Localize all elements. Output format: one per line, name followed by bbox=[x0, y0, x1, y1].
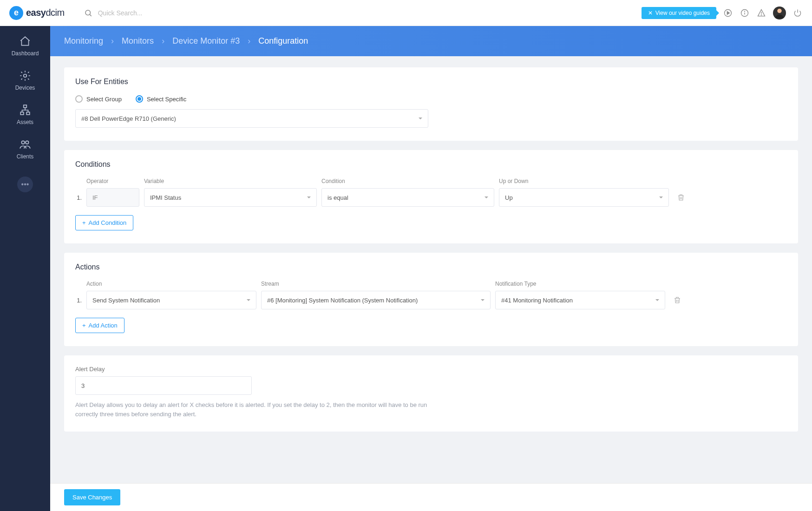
col-header-stream: Stream bbox=[261, 281, 491, 287]
header-right: ✕ View our video guides bbox=[642, 7, 803, 20]
variable-select[interactable]: IPMI Status bbox=[144, 188, 317, 207]
alert-delay-help: Alert Delay allows you to delay an alert… bbox=[75, 400, 428, 419]
chevron-down-icon bbox=[485, 197, 488, 198]
stream-select[interactable]: #6 [Monitoring] System Notification (Sys… bbox=[261, 291, 491, 309]
breadcrumb: Monitoring › Monitors › Device Monitor #… bbox=[50, 26, 812, 56]
col-header-notification: Notification Type bbox=[495, 281, 665, 287]
power-icon[interactable] bbox=[792, 8, 803, 18]
top-header: e easydcim ✕ View our video guides bbox=[0, 0, 812, 26]
trash-icon bbox=[677, 193, 685, 202]
svg-point-13 bbox=[21, 141, 25, 144]
radio-select-specific[interactable]: Select Specific bbox=[136, 95, 186, 103]
breadcrumb-item[interactable]: Monitoring bbox=[64, 36, 103, 46]
variable-value: IPMI Status bbox=[150, 194, 181, 201]
sidebar-item-devices[interactable]: Devices bbox=[15, 70, 35, 91]
operator-value: IF bbox=[92, 194, 98, 201]
action-value: Send System Notification bbox=[92, 297, 160, 304]
notification-type-select[interactable]: #41 Monitoring Notification bbox=[495, 291, 665, 309]
plus-icon: + bbox=[82, 219, 86, 226]
add-condition-button[interactable]: + Add Condition bbox=[75, 215, 133, 230]
chevron-down-icon bbox=[655, 299, 659, 301]
actions-card: Actions Action Stream Notification Type … bbox=[64, 253, 798, 346]
action-select[interactable]: Send System Notification bbox=[86, 291, 256, 309]
svg-rect-11 bbox=[20, 112, 24, 114]
brand-logo-text: easydcim bbox=[26, 7, 65, 18]
entity-select[interactable]: #8 Dell PowerEdge R710 (Generic) bbox=[75, 109, 428, 128]
main-area: Monitoring › Monitors › Device Monitor #… bbox=[50, 26, 812, 511]
action-row: 1. Send System Notification #6 [Monitori… bbox=[75, 291, 787, 309]
trash-icon bbox=[673, 296, 681, 304]
brand-logo[interactable]: e easydcim bbox=[9, 6, 65, 20]
updown-select[interactable]: Up bbox=[499, 188, 669, 207]
chevron-down-icon bbox=[247, 299, 250, 301]
add-action-button[interactable]: + Add Action bbox=[75, 318, 124, 333]
svg-rect-10 bbox=[24, 105, 27, 107]
card-title: Use For Entities bbox=[75, 78, 787, 86]
radio-icon bbox=[136, 95, 143, 103]
sidebar-item-label: Clients bbox=[17, 153, 34, 160]
card-title: Actions bbox=[75, 263, 787, 271]
alert-delay-card: Alert Delay Alert Delay allows you to de… bbox=[64, 355, 798, 432]
save-changes-button[interactable]: Save Changes bbox=[64, 489, 120, 505]
brand-name-b: dcim bbox=[46, 7, 65, 18]
chevron-down-icon bbox=[419, 118, 422, 119]
delete-condition-button[interactable] bbox=[674, 193, 688, 202]
breadcrumb-item[interactable]: Monitors bbox=[122, 36, 154, 46]
sidebar-item-assets[interactable]: Assets bbox=[17, 104, 33, 125]
sidebar-item-label: Devices bbox=[15, 85, 35, 91]
play-circle-icon[interactable] bbox=[723, 8, 733, 18]
conditions-card: Conditions Operator Variable Condition U… bbox=[64, 150, 798, 243]
radio-icon bbox=[75, 95, 83, 103]
plus-icon: + bbox=[82, 322, 86, 329]
breadcrumb-item[interactable]: Device Monitor #3 bbox=[172, 36, 240, 46]
search-input[interactable] bbox=[98, 9, 237, 17]
svg-point-0 bbox=[85, 10, 91, 15]
svg-line-1 bbox=[90, 14, 91, 16]
delete-action-button[interactable] bbox=[670, 296, 685, 304]
breadcrumb-current: Configuration bbox=[258, 36, 308, 46]
col-header-variable: Variable bbox=[144, 178, 317, 184]
gear-icon bbox=[19, 70, 31, 82]
add-condition-label: Add Condition bbox=[89, 219, 127, 226]
svg-point-8 bbox=[761, 14, 762, 15]
svg-point-14 bbox=[26, 141, 29, 144]
alert-delay-input[interactable] bbox=[75, 376, 252, 395]
brand-name-a: easy bbox=[26, 7, 46, 18]
entities-card: Use For Entities Select Group Select Spe… bbox=[64, 67, 798, 141]
condition-value: is equal bbox=[327, 194, 348, 201]
stream-value: #6 [Monitoring] System Notification (Sys… bbox=[267, 297, 418, 304]
sidebar-item-label: Dashboard bbox=[12, 50, 39, 57]
home-icon bbox=[19, 35, 31, 47]
col-header-operator: Operator bbox=[86, 178, 139, 184]
radio-select-group[interactable]: Select Group bbox=[75, 95, 122, 103]
chevron-down-icon bbox=[307, 197, 311, 198]
user-avatar[interactable] bbox=[773, 7, 786, 20]
card-title: Conditions bbox=[75, 160, 787, 169]
operator-select[interactable]: IF bbox=[86, 188, 139, 207]
add-action-label: Add Action bbox=[89, 322, 118, 329]
col-header-updown: Up or Down bbox=[499, 178, 669, 184]
condition-select[interactable]: is equal bbox=[321, 188, 494, 207]
video-guides-button[interactable]: ✕ View our video guides bbox=[642, 7, 716, 19]
dots-icon: ••• bbox=[21, 180, 29, 189]
chevron-right-icon: › bbox=[111, 36, 114, 46]
alert-delay-label: Alert Delay bbox=[75, 366, 787, 373]
sidebar-item-dashboard[interactable]: Dashboard bbox=[12, 35, 39, 57]
search-icon[interactable] bbox=[83, 8, 93, 18]
entity-select-value: #8 Dell PowerEdge R710 (Generic) bbox=[81, 115, 176, 122]
sidebar: Dashboard Devices Assets Clients ••• bbox=[0, 26, 50, 511]
chevron-right-icon: › bbox=[162, 36, 164, 46]
users-icon bbox=[19, 138, 31, 151]
chevron-down-icon bbox=[659, 197, 663, 198]
condition-row: 1. IF IPMI Status is equal Up bbox=[75, 188, 787, 207]
radio-label: Select Specific bbox=[147, 96, 186, 103]
sidebar-item-clients[interactable]: Clients bbox=[17, 138, 34, 160]
network-icon bbox=[19, 104, 31, 116]
alert-triangle-icon[interactable] bbox=[756, 8, 766, 18]
col-header-action: Action bbox=[86, 281, 256, 287]
close-x-icon: ✕ bbox=[648, 10, 653, 16]
info-icon[interactable] bbox=[740, 8, 750, 18]
col-header-condition: Condition bbox=[321, 178, 494, 184]
sidebar-more-button[interactable]: ••• bbox=[17, 177, 33, 192]
video-guides-label: View our video guides bbox=[655, 10, 710, 16]
